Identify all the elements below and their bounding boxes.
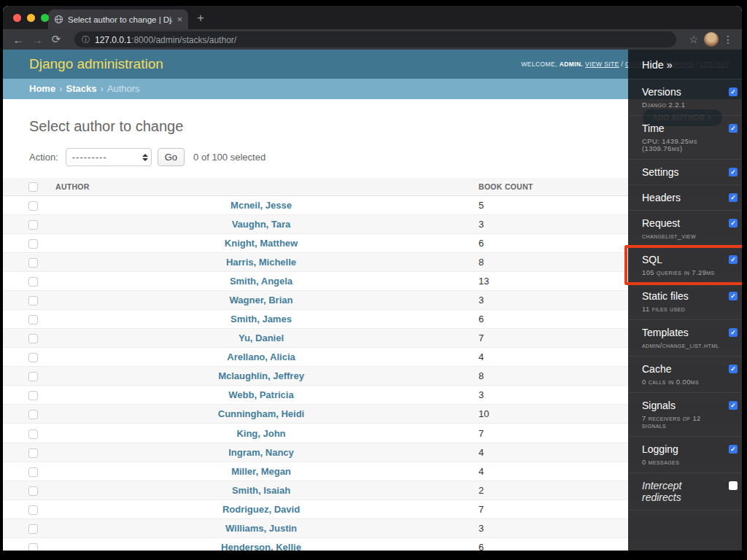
debug-toolbar-panel[interactable]: Templates admin/change_list.html ✓	[628, 320, 742, 357]
panel-title[interactable]: SQL	[642, 254, 723, 265]
row-checkbox[interactable]	[28, 486, 38, 496]
row-checkbox[interactable]	[28, 429, 38, 439]
row-checkbox[interactable]	[28, 258, 38, 268]
row-checkbox[interactable]	[28, 391, 38, 400]
debug-toolbar-panel[interactable]: Intercept redirects	[628, 473, 742, 510]
panel-title[interactable]: Templates	[642, 327, 723, 338]
panel-checkbox[interactable]: ✓	[729, 328, 738, 337]
row-checkbox[interactable]	[28, 372, 38, 381]
row-checkbox[interactable]	[28, 524, 38, 534]
panel-checkbox[interactable]: ✓	[729, 445, 738, 454]
author-link[interactable]: Yu, Daniel	[239, 332, 284, 343]
panel-checkbox[interactable]: ✓	[729, 219, 738, 228]
breadcrumb-home-link[interactable]: Home	[29, 83, 55, 94]
active-tab[interactable]: Select author to change | Djang ×	[48, 9, 188, 29]
author-link[interactable]: Arellano, Alicia	[227, 351, 295, 362]
close-window-button[interactable]	[13, 14, 21, 22]
row-checkbox[interactable]	[28, 543, 38, 551]
author-link[interactable]: Smith, James	[231, 314, 292, 324]
breadcrumb-stacks-link[interactable]: Stacks	[66, 83, 96, 94]
bookmark-star-icon[interactable]: ☆	[686, 34, 701, 45]
back-icon[interactable]: ←	[10, 34, 26, 46]
debug-toolbar-panel[interactable]: Cache 0 calls in 0.00ms ✓	[628, 357, 742, 393]
panel-title[interactable]: Intercept redirects	[642, 480, 723, 503]
site-info-icon[interactable]: ⓘ	[82, 34, 90, 45]
debug-toolbar-panel[interactable]: Request changelist_view ✓	[628, 211, 742, 247]
profile-avatar[interactable]	[704, 32, 719, 47]
author-link[interactable]: Williams, Justin	[225, 523, 297, 534]
author-link[interactable]: Ingram, Nancy	[228, 447, 294, 458]
column-header-author[interactable]: AUTHOR	[50, 178, 473, 195]
debug-toolbar-hide-button[interactable]: Hide »	[628, 50, 742, 79]
panel-title[interactable]: Settings	[642, 166, 723, 178]
row-checkbox[interactable]	[28, 353, 38, 362]
author-link[interactable]: Smith, Angela	[230, 276, 293, 287]
debug-toolbar-panel[interactable]: Versions Django 2.2.1 ✓	[628, 79, 742, 116]
author-link[interactable]: Cunningham, Heidi	[218, 408, 304, 419]
author-link[interactable]: Wagner, Brian	[230, 295, 293, 306]
address-bar[interactable]: ⓘ 127.0.0.1:8000/admin/stacks/author/	[74, 31, 676, 47]
panel-title[interactable]: Versions	[642, 86, 723, 98]
new-tab-button[interactable]: +	[197, 11, 204, 26]
url-host: 127.0.0.1	[95, 35, 131, 45]
row-checkbox[interactable]	[28, 448, 38, 458]
go-button[interactable]: Go	[158, 148, 185, 166]
panel-checkbox[interactable]: ✓	[729, 88, 738, 96]
row-checkbox[interactable]	[28, 467, 38, 477]
debug-toolbar-panel[interactable]: Static files 11 files used ✓	[628, 284, 742, 320]
chrome-menu-icon[interactable]: ⋮	[721, 34, 735, 45]
author-link[interactable]: Vaughn, Tara	[232, 219, 291, 230]
window-controls[interactable]	[13, 14, 49, 22]
panel-title[interactable]: Static files	[642, 290, 723, 302]
panel-checkbox[interactable]	[729, 481, 738, 490]
row-checkbox[interactable]	[28, 201, 38, 211]
panel-checkbox[interactable]: ✓	[729, 292, 738, 300]
view-site-link[interactable]: VIEW SITE	[585, 61, 619, 68]
author-link[interactable]: King, John	[236, 428, 285, 439]
author-link[interactable]: Rodriguez, David	[222, 504, 300, 515]
debug-toolbar-panel[interactable]: Signals 7 receivers of 12 signals ✓	[628, 393, 742, 437]
row-checkbox[interactable]	[28, 220, 38, 230]
maximize-window-button[interactable]	[41, 14, 49, 22]
panel-checkbox[interactable]: ✓	[729, 124, 738, 133]
row-checkbox[interactable]	[28, 410, 38, 419]
panel-checkbox[interactable]: ✓	[729, 193, 738, 202]
reload-icon[interactable]: ⟳	[48, 33, 64, 46]
debug-toolbar: Hide » Versions Django 2.2.1 ✓ Time CPU:…	[628, 50, 742, 551]
panel-title[interactable]: Request	[642, 217, 723, 229]
minimize-window-button[interactable]	[27, 14, 35, 22]
author-link[interactable]: Webb, Patricia	[228, 389, 293, 400]
panel-title[interactable]: Logging	[642, 443, 723, 455]
forward-icon[interactable]: →	[29, 34, 45, 46]
debug-toolbar-panel[interactable]: Logging 0 messages ✓	[628, 437, 742, 473]
author-link[interactable]: Smith, Isaiah	[232, 485, 290, 496]
author-link[interactable]: Harris, Michelle	[226, 257, 296, 268]
row-checkbox[interactable]	[28, 277, 38, 287]
debug-toolbar-panel[interactable]: Settings ✓	[628, 160, 742, 185]
author-link[interactable]: Knight, Matthew	[225, 238, 298, 249]
panel-title[interactable]: Signals	[642, 400, 723, 411]
panel-checkbox[interactable]: ✓	[729, 255, 738, 264]
panel-subtitle: 0 messages	[642, 459, 723, 466]
author-link[interactable]: Mclaughlin, Jeffrey	[218, 370, 304, 381]
tab-close-icon[interactable]: ×	[177, 15, 182, 24]
author-link[interactable]: Henderson, Kellie	[221, 542, 301, 551]
panel-checkbox[interactable]: ✓	[729, 365, 738, 373]
row-checkbox[interactable]	[28, 296, 38, 306]
panel-checkbox[interactable]: ✓	[729, 168, 738, 176]
author-link[interactable]: Miller, Megan	[231, 466, 291, 477]
panel-checkbox[interactable]: ✓	[729, 401, 738, 410]
row-checkbox[interactable]	[28, 239, 38, 249]
debug-toolbar-panel[interactable]: Time CPU: 1439.25ms (1309.76ms) ✓	[628, 116, 742, 160]
select-all-checkbox[interactable]	[28, 182, 38, 192]
row-checkbox[interactable]	[28, 315, 38, 324]
panel-title[interactable]: Cache	[642, 363, 723, 375]
panel-title[interactable]: Headers	[642, 192, 723, 203]
debug-toolbar-panel[interactable]: SQL 105 queries in 7.29ms ✓	[628, 247, 742, 284]
row-checkbox[interactable]	[28, 334, 38, 343]
debug-toolbar-panel[interactable]: Headers ✓	[628, 185, 742, 211]
row-checkbox[interactable]	[28, 505, 38, 515]
author-link[interactable]: Mcneil, Jesse	[231, 200, 292, 211]
action-select[interactable]: ---------	[66, 148, 152, 166]
panel-title[interactable]: Time	[642, 122, 723, 134]
